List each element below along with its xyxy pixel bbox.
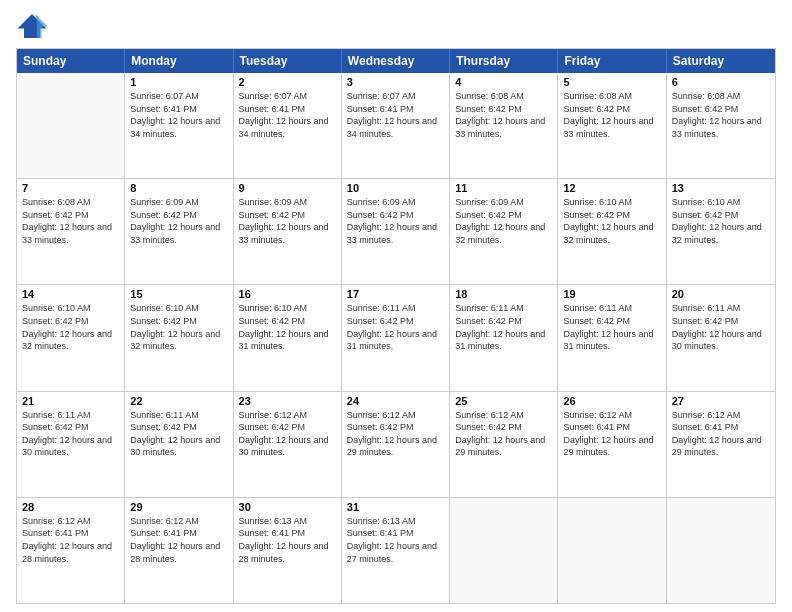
day-number: 31 <box>347 501 444 513</box>
cell-info: Sunrise: 6:08 AM Sunset: 6:42 PM Dayligh… <box>563 90 660 140</box>
calendar-body: 1Sunrise: 6:07 AM Sunset: 6:41 PM Daylig… <box>17 73 775 603</box>
weekday-header-monday: Monday <box>125 49 233 73</box>
cal-cell-3: 3Sunrise: 6:07 AM Sunset: 6:41 PM Daylig… <box>342 73 450 178</box>
cell-info: Sunrise: 6:09 AM Sunset: 6:42 PM Dayligh… <box>239 196 336 246</box>
day-number: 11 <box>455 182 552 194</box>
cell-info: Sunrise: 6:10 AM Sunset: 6:42 PM Dayligh… <box>22 302 119 352</box>
cal-cell-empty-0 <box>17 73 125 178</box>
week-row-5: 28Sunrise: 6:12 AM Sunset: 6:41 PM Dayli… <box>17 497 775 603</box>
cell-info: Sunrise: 6:09 AM Sunset: 6:42 PM Dayligh… <box>455 196 552 246</box>
day-number: 26 <box>563 395 660 407</box>
week-row-3: 14Sunrise: 6:10 AM Sunset: 6:42 PM Dayli… <box>17 284 775 390</box>
day-number: 4 <box>455 76 552 88</box>
cell-info: Sunrise: 6:10 AM Sunset: 6:42 PM Dayligh… <box>239 302 336 352</box>
cell-info: Sunrise: 6:09 AM Sunset: 6:42 PM Dayligh… <box>130 196 227 246</box>
cal-cell-10: 10Sunrise: 6:09 AM Sunset: 6:42 PM Dayli… <box>342 179 450 284</box>
cell-info: Sunrise: 6:12 AM Sunset: 6:41 PM Dayligh… <box>563 409 660 459</box>
day-number: 12 <box>563 182 660 194</box>
cell-info: Sunrise: 6:08 AM Sunset: 6:42 PM Dayligh… <box>455 90 552 140</box>
cal-cell-29: 29Sunrise: 6:12 AM Sunset: 6:41 PM Dayli… <box>125 498 233 603</box>
cell-info: Sunrise: 6:08 AM Sunset: 6:42 PM Dayligh… <box>672 90 770 140</box>
cell-info: Sunrise: 6:13 AM Sunset: 6:41 PM Dayligh… <box>347 515 444 565</box>
cal-cell-4: 4Sunrise: 6:08 AM Sunset: 6:42 PM Daylig… <box>450 73 558 178</box>
cal-cell-28: 28Sunrise: 6:12 AM Sunset: 6:41 PM Dayli… <box>17 498 125 603</box>
cal-cell-11: 11Sunrise: 6:09 AM Sunset: 6:42 PM Dayli… <box>450 179 558 284</box>
cell-info: Sunrise: 6:12 AM Sunset: 6:41 PM Dayligh… <box>22 515 119 565</box>
day-number: 6 <box>672 76 770 88</box>
cell-info: Sunrise: 6:12 AM Sunset: 6:42 PM Dayligh… <box>239 409 336 459</box>
cal-cell-7: 7Sunrise: 6:08 AM Sunset: 6:42 PM Daylig… <box>17 179 125 284</box>
day-number: 20 <box>672 288 770 300</box>
cell-info: Sunrise: 6:10 AM Sunset: 6:42 PM Dayligh… <box>563 196 660 246</box>
day-number: 7 <box>22 182 119 194</box>
cal-cell-21: 21Sunrise: 6:11 AM Sunset: 6:42 PM Dayli… <box>17 392 125 497</box>
day-number: 1 <box>130 76 227 88</box>
cell-info: Sunrise: 6:12 AM Sunset: 6:42 PM Dayligh… <box>347 409 444 459</box>
cal-cell-9: 9Sunrise: 6:09 AM Sunset: 6:42 PM Daylig… <box>234 179 342 284</box>
cal-cell-14: 14Sunrise: 6:10 AM Sunset: 6:42 PM Dayli… <box>17 285 125 390</box>
cell-info: Sunrise: 6:11 AM Sunset: 6:42 PM Dayligh… <box>455 302 552 352</box>
cal-cell-30: 30Sunrise: 6:13 AM Sunset: 6:41 PM Dayli… <box>234 498 342 603</box>
weekday-header-friday: Friday <box>558 49 666 73</box>
cal-cell-empty-5 <box>558 498 666 603</box>
day-number: 14 <box>22 288 119 300</box>
cal-cell-8: 8Sunrise: 6:09 AM Sunset: 6:42 PM Daylig… <box>125 179 233 284</box>
cal-cell-12: 12Sunrise: 6:10 AM Sunset: 6:42 PM Dayli… <box>558 179 666 284</box>
day-number: 15 <box>130 288 227 300</box>
cal-cell-2: 2Sunrise: 6:07 AM Sunset: 6:41 PM Daylig… <box>234 73 342 178</box>
cal-cell-20: 20Sunrise: 6:11 AM Sunset: 6:42 PM Dayli… <box>667 285 775 390</box>
cell-info: Sunrise: 6:11 AM Sunset: 6:42 PM Dayligh… <box>22 409 119 459</box>
cal-cell-1: 1Sunrise: 6:07 AM Sunset: 6:41 PM Daylig… <box>125 73 233 178</box>
day-number: 8 <box>130 182 227 194</box>
cal-cell-15: 15Sunrise: 6:10 AM Sunset: 6:42 PM Dayli… <box>125 285 233 390</box>
cal-cell-26: 26Sunrise: 6:12 AM Sunset: 6:41 PM Dayli… <box>558 392 666 497</box>
logo <box>16 12 52 40</box>
cal-cell-23: 23Sunrise: 6:12 AM Sunset: 6:42 PM Dayli… <box>234 392 342 497</box>
day-number: 19 <box>563 288 660 300</box>
cal-cell-18: 18Sunrise: 6:11 AM Sunset: 6:42 PM Dayli… <box>450 285 558 390</box>
cal-cell-16: 16Sunrise: 6:10 AM Sunset: 6:42 PM Dayli… <box>234 285 342 390</box>
cal-cell-22: 22Sunrise: 6:11 AM Sunset: 6:42 PM Dayli… <box>125 392 233 497</box>
day-number: 29 <box>130 501 227 513</box>
cell-info: Sunrise: 6:12 AM Sunset: 6:41 PM Dayligh… <box>130 515 227 565</box>
day-number: 13 <box>672 182 770 194</box>
cell-info: Sunrise: 6:08 AM Sunset: 6:42 PM Dayligh… <box>22 196 119 246</box>
cal-cell-empty-4 <box>450 498 558 603</box>
cell-info: Sunrise: 6:13 AM Sunset: 6:41 PM Dayligh… <box>239 515 336 565</box>
day-number: 24 <box>347 395 444 407</box>
cal-cell-24: 24Sunrise: 6:12 AM Sunset: 6:42 PM Dayli… <box>342 392 450 497</box>
weekday-header-saturday: Saturday <box>667 49 775 73</box>
cal-cell-31: 31Sunrise: 6:13 AM Sunset: 6:41 PM Dayli… <box>342 498 450 603</box>
day-number: 17 <box>347 288 444 300</box>
cal-cell-6: 6Sunrise: 6:08 AM Sunset: 6:42 PM Daylig… <box>667 73 775 178</box>
day-number: 3 <box>347 76 444 88</box>
day-number: 18 <box>455 288 552 300</box>
cell-info: Sunrise: 6:11 AM Sunset: 6:42 PM Dayligh… <box>347 302 444 352</box>
calendar-header-row: SundayMondayTuesdayWednesdayThursdayFrid… <box>17 49 775 73</box>
cell-info: Sunrise: 6:07 AM Sunset: 6:41 PM Dayligh… <box>130 90 227 140</box>
logo-icon <box>16 12 48 40</box>
cell-info: Sunrise: 6:11 AM Sunset: 6:42 PM Dayligh… <box>130 409 227 459</box>
weekday-header-thursday: Thursday <box>450 49 558 73</box>
week-row-1: 1Sunrise: 6:07 AM Sunset: 6:41 PM Daylig… <box>17 73 775 178</box>
page: SundayMondayTuesdayWednesdayThursdayFrid… <box>0 0 792 612</box>
cal-cell-17: 17Sunrise: 6:11 AM Sunset: 6:42 PM Dayli… <box>342 285 450 390</box>
day-number: 30 <box>239 501 336 513</box>
cell-info: Sunrise: 6:10 AM Sunset: 6:42 PM Dayligh… <box>672 196 770 246</box>
week-row-2: 7Sunrise: 6:08 AM Sunset: 6:42 PM Daylig… <box>17 178 775 284</box>
cal-cell-13: 13Sunrise: 6:10 AM Sunset: 6:42 PM Dayli… <box>667 179 775 284</box>
cal-cell-25: 25Sunrise: 6:12 AM Sunset: 6:42 PM Dayli… <box>450 392 558 497</box>
cell-info: Sunrise: 6:11 AM Sunset: 6:42 PM Dayligh… <box>563 302 660 352</box>
header <box>16 12 776 40</box>
cal-cell-empty-6 <box>667 498 775 603</box>
cal-cell-5: 5Sunrise: 6:08 AM Sunset: 6:42 PM Daylig… <box>558 73 666 178</box>
cell-info: Sunrise: 6:07 AM Sunset: 6:41 PM Dayligh… <box>239 90 336 140</box>
calendar: SundayMondayTuesdayWednesdayThursdayFrid… <box>16 48 776 604</box>
day-number: 28 <box>22 501 119 513</box>
cell-info: Sunrise: 6:12 AM Sunset: 6:42 PM Dayligh… <box>455 409 552 459</box>
day-number: 16 <box>239 288 336 300</box>
day-number: 27 <box>672 395 770 407</box>
cal-cell-27: 27Sunrise: 6:12 AM Sunset: 6:41 PM Dayli… <box>667 392 775 497</box>
weekday-header-wednesday: Wednesday <box>342 49 450 73</box>
cell-info: Sunrise: 6:11 AM Sunset: 6:42 PM Dayligh… <box>672 302 770 352</box>
